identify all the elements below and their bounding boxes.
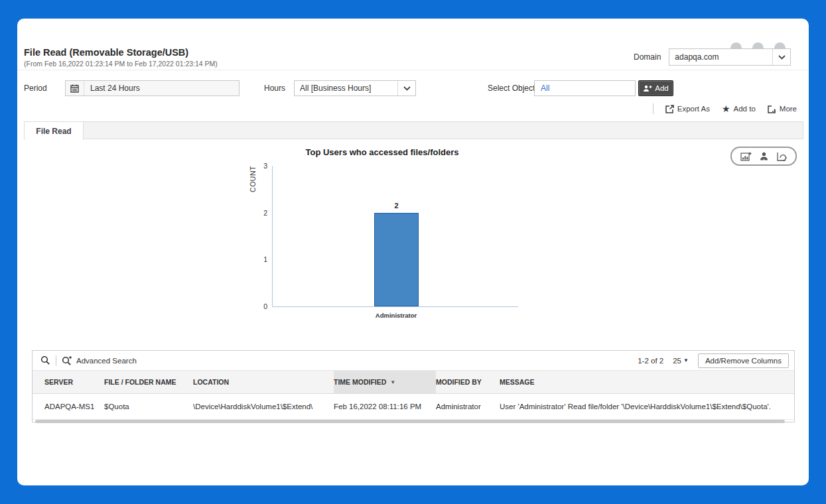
cell-file-folder-name: $Quota: [104, 394, 193, 419]
person-add-icon: [643, 85, 652, 92]
export-icon: [665, 105, 674, 113]
scrollbar-thumb[interactable]: [35, 420, 785, 423]
x-category-label: Administrator: [376, 312, 417, 319]
report-actions: Export As ★ Add to More: [653, 103, 797, 115]
column-header-modified-by[interactable]: MODIFIED BY: [436, 371, 500, 393]
horizontal-scrollbar: [33, 420, 794, 424]
chevron-down-icon[interactable]: [772, 49, 790, 65]
page-background: { "window": { "frame_color": "#0d6fd6" }…: [0, 0, 826, 504]
page-subtitle: (From Feb 16,2022 01:23:14 PM to Feb 17,…: [24, 60, 218, 68]
hours-select[interactable]: All [Business Hours]: [294, 80, 416, 96]
page-size-select[interactable]: 25 ▼: [673, 357, 689, 365]
calendar-icon[interactable]: [66, 81, 84, 95]
header-divider: [17, 70, 809, 70]
table-header-row: SERVER FILE / FOLDER NAME LOCATION TIME …: [33, 371, 794, 394]
export-as-button[interactable]: Export As: [665, 105, 710, 113]
time-modified-label: TIME MODIFIED: [334, 378, 386, 386]
more-label: More: [780, 105, 797, 113]
sort-desc-icon: ▼: [390, 379, 395, 385]
bar-column: 2: [374, 166, 419, 306]
advanced-search-button[interactable]: Advanced Search: [62, 355, 137, 365]
cell-message: User 'Administrator' Read file/folder '\…: [500, 394, 794, 419]
column-header-server[interactable]: SERVER: [33, 371, 104, 393]
column-header-message[interactable]: MESSAGE: [500, 371, 794, 393]
advanced-search-icon: [62, 355, 72, 365]
star-icon: ★: [722, 104, 730, 113]
chart-refresh-icon[interactable]: [777, 152, 788, 161]
domain-label: Domain: [634, 52, 661, 62]
add-remove-columns-button[interactable]: Add/Remove Columns: [698, 353, 789, 368]
filter-bar: Period Last 24 Hours Hours All [Business…: [17, 80, 809, 96]
column-header-location[interactable]: LOCATION: [193, 371, 334, 393]
cell-server: ADAPQA-MS1: [33, 394, 104, 419]
y-tick: 3: [254, 162, 267, 170]
period-value: Last 24 Hours: [84, 84, 140, 93]
tab-bar: File Read: [24, 121, 803, 139]
bar-value-label: 2: [374, 202, 419, 210]
user-icon[interactable]: [760, 152, 768, 161]
table-toolbar: Advanced Search 1-2 of 2 25 ▼ Add/Remove…: [33, 351, 794, 371]
add-objects-button[interactable]: Add: [638, 80, 673, 96]
cell-time-modified: Feb 16,2022 08:11:16 PM: [334, 394, 436, 419]
column-header-file-folder-name[interactable]: FILE / FOLDER NAME: [104, 371, 193, 393]
domain-group: Domain adapqa.com: [634, 48, 791, 66]
content-card: File Read (Removable Storage/USB) (From …: [17, 19, 809, 485]
more-icon: [768, 105, 776, 113]
select-objects-input[interactable]: All: [534, 80, 636, 96]
select-objects-label: Select Objects: [488, 84, 539, 93]
toolbar-divider: [56, 355, 56, 366]
domain-value: adapqa.com: [669, 52, 772, 62]
export-as-label: Export As: [677, 105, 710, 113]
y-tick: 2: [254, 209, 267, 217]
pagination-range: 1-2 of 2: [638, 357, 663, 365]
period-label: Period: [24, 84, 47, 93]
chevron-down-icon[interactable]: [397, 81, 415, 95]
chart-toolbar: [730, 147, 797, 166]
cell-location: \Device\HarddiskVolume1\$Extend\: [193, 394, 334, 419]
y-tick: 1: [254, 255, 267, 263]
add-to-button[interactable]: ★ Add to: [722, 104, 756, 113]
cell-modified-by: Administrator: [436, 394, 500, 419]
chart-title: Top Users who accessed files/folders: [17, 147, 747, 157]
chart-add-icon[interactable]: [740, 152, 752, 161]
select-objects-value: All: [535, 84, 549, 93]
results-table-panel: Advanced Search 1-2 of 2 25 ▼ Add/Remove…: [32, 350, 795, 422]
period-field[interactable]: Last 24 Hours: [65, 80, 240, 96]
search-icon[interactable]: [39, 355, 56, 365]
y-axis-label: COUNT: [249, 166, 257, 192]
chart-bar[interactable]: [374, 213, 419, 306]
domain-select[interactable]: adapqa.com: [669, 48, 791, 66]
caret-down-icon: ▼: [683, 357, 689, 363]
hours-label: Hours: [264, 84, 285, 93]
table-toolbar-right: 1-2 of 2 25 ▼ Add/Remove Columns: [638, 353, 789, 368]
column-header-time-modified[interactable]: TIME MODIFIED ▼: [334, 371, 436, 393]
tab-file-read[interactable]: File Read: [24, 121, 84, 140]
page-size-value: 25: [673, 357, 681, 365]
more-button[interactable]: More: [768, 105, 797, 113]
page-title: File Read (Removable Storage/USB): [24, 47, 188, 58]
y-tick: 0: [254, 302, 267, 310]
advanced-search-label: Advanced Search: [76, 357, 137, 365]
add-to-label: Add to: [734, 105, 756, 113]
table-row[interactable]: ADAPQA-MS1 $Quota \Device\HarddiskVolume…: [33, 394, 794, 420]
hours-value: All [Business Hours]: [295, 84, 397, 93]
add-button-label: Add: [655, 84, 668, 92]
actions-divider: [653, 103, 654, 114]
bar-chart-plot: COUNT 3 2 1 0 2 Administrator: [272, 166, 518, 307]
